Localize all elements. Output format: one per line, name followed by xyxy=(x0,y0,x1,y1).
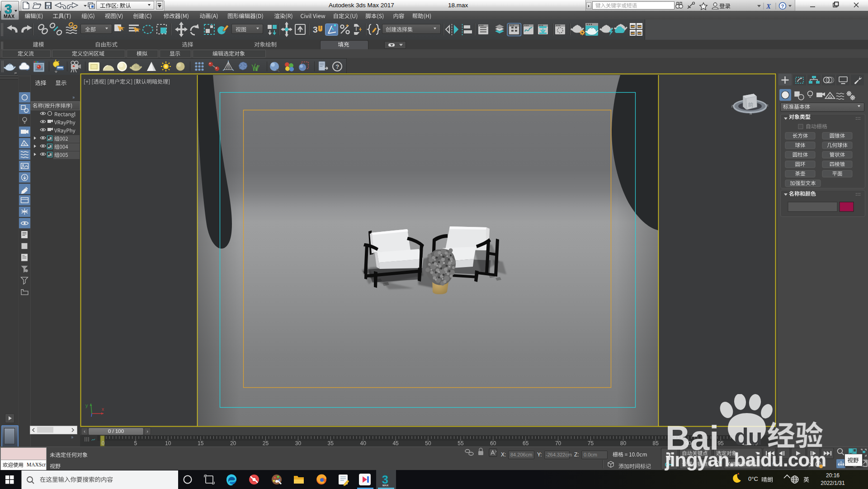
svg-text:y: y xyxy=(85,403,88,408)
svg-text:MAX: MAX xyxy=(382,484,388,487)
svg-text:?: ? xyxy=(335,63,339,70)
svg-text:3: 3 xyxy=(313,25,318,34)
svg-text:东: 东 xyxy=(766,103,769,107)
svg-text:西: 西 xyxy=(731,105,734,108)
svg-text:MAX: MAX xyxy=(4,14,14,19)
svg-text:南: 南 xyxy=(750,112,752,115)
svg-text:x: x xyxy=(102,406,104,412)
svg-text:?: ? xyxy=(781,4,784,9)
svg-text:前: 前 xyxy=(748,102,754,108)
svg-text:X: X xyxy=(766,3,771,10)
svg-text:du: du xyxy=(734,423,762,448)
